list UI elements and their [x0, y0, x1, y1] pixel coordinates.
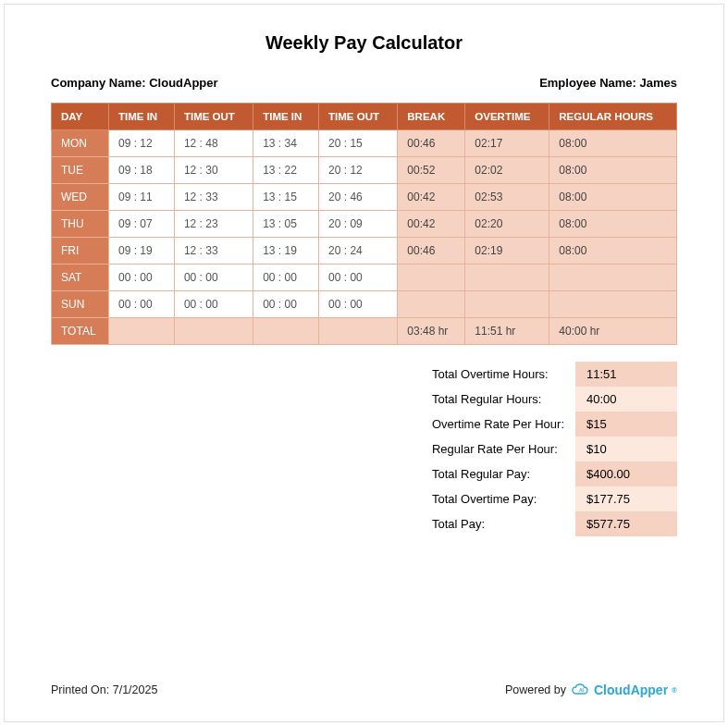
summary-row: Total Pay:$577.75: [421, 511, 677, 536]
cell-total-reg: 40:00 hr: [549, 318, 677, 345]
printed-on: Printed On: 7/1/2025: [51, 683, 157, 696]
table-row: WED09 : 1112 : 3313 : 1520 : 4600:4202:5…: [52, 184, 677, 211]
cell-out1: 12 : 33: [174, 238, 253, 265]
company-meta: Company Name: CloudApper: [51, 76, 218, 90]
cell-out1: 12 : 48: [174, 130, 253, 157]
table-row: TUE09 : 1812 : 3013 : 2220 : 1200:5202:0…: [52, 157, 677, 184]
cell-blank: [174, 318, 253, 345]
cell-ot: 02:02: [465, 157, 549, 184]
cell-ot: 02:17: [465, 130, 549, 157]
summary-row: Overtime Rate Per Hour:$15: [421, 412, 677, 437]
cell-in2: 13 : 22: [253, 157, 319, 184]
cell-in2: 13 : 34: [253, 130, 319, 157]
report-page: Weekly Pay Calculator Company Name: Clou…: [4, 4, 724, 722]
summary-row: Regular Rate Per Hour:$10: [421, 437, 677, 461]
cell-day: SAT: [52, 265, 109, 291]
cell-in1: 09 : 19: [109, 238, 175, 265]
summary-value: $177.75: [575, 486, 677, 511]
summary-value: $577.75: [575, 511, 677, 536]
time-table: DAY TIME IN TIME OUT TIME IN TIME OUT BR…: [51, 103, 677, 345]
th-overtime: OVERTIME: [465, 104, 549, 130]
cell-out1: 12 : 33: [174, 184, 253, 211]
cell-total-ot: 11:51 hr: [465, 318, 549, 345]
cell-day: FRI: [52, 238, 109, 265]
cell-out2: 20 : 46: [319, 184, 398, 211]
employee-name: James: [640, 76, 677, 90]
summary-value: 11:51: [575, 362, 677, 387]
cell-ot: 02:19: [465, 238, 549, 265]
printed-label: Printed On:: [51, 683, 109, 696]
th-time-out1: TIME OUT: [174, 104, 253, 130]
cell-out2: 20 : 15: [319, 130, 398, 157]
cell-reg: [549, 291, 677, 318]
employee-label: Employee Name:: [539, 76, 636, 90]
cell-in1: 00 : 00: [109, 291, 175, 318]
summary-label: Total Regular Hours:: [421, 387, 575, 412]
brand-name: CloudApper: [594, 683, 668, 697]
cell-reg: 08:00: [549, 211, 677, 238]
cell-out1: 00 : 00: [174, 291, 253, 318]
summary-label: Total Pay:: [421, 511, 575, 536]
cell-day: WED: [52, 184, 109, 211]
cloud-icon: AI: [572, 683, 590, 696]
cell-out1: 12 : 23: [174, 211, 253, 238]
summary-row: Total Regular Pay:$400.00: [421, 461, 677, 486]
cell-reg: 08:00: [549, 238, 677, 265]
cell-out1: 00 : 00: [174, 265, 253, 291]
summary-label: Total Regular Pay:: [421, 461, 575, 486]
cell-out2: 20 : 09: [319, 211, 398, 238]
cell-blank: [253, 318, 319, 345]
cell-ot: [465, 291, 549, 318]
cell-out2: 00 : 00: [319, 291, 398, 318]
cell-ot: 02:53: [465, 184, 549, 211]
cell-in2: 13 : 05: [253, 211, 319, 238]
powered-label: Powered by: [505, 683, 566, 696]
employee-meta: Employee Name: James: [539, 76, 677, 90]
summary-section: Total Overtime Hours:11:51Total Regular …: [51, 362, 677, 536]
brand-trademark: ®: [672, 686, 677, 695]
cell-break: [398, 265, 465, 291]
th-regular: REGULAR HOURS: [549, 104, 677, 130]
cell-break: 00:52: [398, 157, 465, 184]
cell-in1: 09 : 18: [109, 157, 175, 184]
th-day: DAY: [52, 104, 109, 130]
table-row: SAT00 : 0000 : 0000 : 0000 : 00: [52, 265, 677, 291]
table-row: THU09 : 0712 : 2313 : 0520 : 0900:4202:2…: [52, 211, 677, 238]
cell-break: 00:42: [398, 184, 465, 211]
cell-in2: 13 : 15: [253, 184, 319, 211]
cell-total-label: TOTAL: [52, 318, 109, 345]
cell-out2: 00 : 00: [319, 265, 398, 291]
cell-in2: 00 : 00: [253, 291, 319, 318]
summary-label: Overtime Rate Per Hour:: [421, 412, 575, 437]
th-time-out2: TIME OUT: [319, 104, 398, 130]
table-row: MON09 : 1212 : 4813 : 3420 : 1500:4602:1…: [52, 130, 677, 157]
summary-label: Total Overtime Pay:: [421, 486, 575, 511]
page-title: Weekly Pay Calculator: [51, 32, 677, 54]
cell-day: TUE: [52, 157, 109, 184]
cell-in1: 09 : 07: [109, 211, 175, 238]
cell-ot: [465, 265, 549, 291]
summary-row: Total Regular Hours:40:00: [421, 387, 677, 412]
company-name: CloudApper: [149, 76, 217, 90]
summary-label: Total Overtime Hours:: [421, 362, 575, 387]
cell-reg: 08:00: [549, 157, 677, 184]
summary-value: $400.00: [575, 461, 677, 486]
brand-logo: AI CloudApper®: [572, 683, 677, 697]
th-time-in1: TIME IN: [109, 104, 175, 130]
summary-value: $15: [575, 412, 677, 437]
cell-out2: 20 : 12: [319, 157, 398, 184]
summary-table: Total Overtime Hours:11:51Total Regular …: [421, 362, 677, 536]
summary-value: $10: [575, 437, 677, 461]
cell-day: MON: [52, 130, 109, 157]
cell-total-break: 03:48 hr: [398, 318, 465, 345]
table-row: SUN00 : 0000 : 0000 : 0000 : 00: [52, 291, 677, 318]
cell-break: 00:46: [398, 238, 465, 265]
cell-in1: 00 : 00: [109, 265, 175, 291]
cell-reg: [549, 265, 677, 291]
svg-text:AI: AI: [579, 687, 585, 693]
company-label: Company Name:: [51, 76, 146, 90]
cell-in1: 09 : 12: [109, 130, 175, 157]
table-row: FRI09 : 1912 : 3313 : 1920 : 2400:4602:1…: [52, 238, 677, 265]
cell-break: [398, 291, 465, 318]
cell-out2: 20 : 24: [319, 238, 398, 265]
